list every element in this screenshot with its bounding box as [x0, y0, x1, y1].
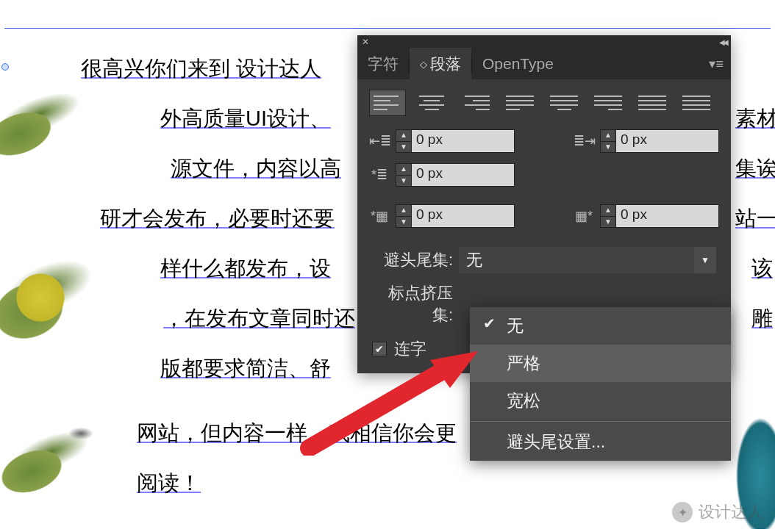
- space-row: *▦ ▲▼ 0 px ▦* ▲▼ 0 px: [357, 194, 731, 235]
- left-indent-stepper[interactable]: ▲▼ 0 px: [396, 129, 515, 153]
- dropdown-item-strict[interactable]: 严格: [470, 345, 731, 382]
- left-indent-icon: ⇤≣: [369, 133, 390, 149]
- step-down-icon[interactable]: ▼: [601, 141, 615, 153]
- body-text[interactable]: 版都要求简洁、舒: [160, 344, 331, 393]
- panel-menu-icon[interactable]: ▾≡: [701, 56, 731, 72]
- wechat-icon: ✦: [672, 502, 693, 522]
- body-text[interactable]: 素材: [735, 94, 775, 143]
- kinsoku-select[interactable]: 无 ▼: [459, 247, 716, 273]
- body-text[interactable]: ，在发布文章同时还: [163, 294, 355, 343]
- step-down-icon[interactable]: ▼: [396, 175, 411, 187]
- tab-label: 段落: [430, 54, 461, 74]
- firstline-indent-icon: *≣: [369, 167, 390, 183]
- chevron-down-icon: ▼: [694, 247, 716, 273]
- right-indent-value[interactable]: 0 px: [616, 129, 719, 153]
- chevron-icon: ◇: [420, 59, 427, 70]
- step-up-icon[interactable]: ▲: [396, 164, 411, 175]
- collapse-icon[interactable]: ◀◀: [719, 38, 726, 46]
- kinsoku-row: 避头尾集: 无 ▼: [357, 235, 731, 278]
- space-before-value[interactable]: 0 px: [412, 204, 515, 228]
- dropdown-item-settings[interactable]: 避头尾设置...: [470, 423, 731, 461]
- body-text[interactable]: 很高兴你们来到 设计达人: [81, 44, 321, 93]
- dropdown-label: 无: [507, 316, 524, 335]
- space-after-value[interactable]: 0 px: [616, 204, 719, 228]
- mojikumi-label: 标点挤压集:: [372, 282, 453, 326]
- tab-label: OpenType: [482, 55, 554, 73]
- close-icon[interactable]: ✕: [362, 37, 369, 47]
- step-up-icon[interactable]: ▲: [396, 205, 411, 216]
- indent-row-1: ⇤≣ ▲▼ 0 px ≣⇥ ▲▼ 0 px: [357, 126, 731, 160]
- right-indent-stepper[interactable]: ▲▼ 0 px: [600, 129, 719, 153]
- firstline-indent-stepper[interactable]: ▲▼ 0 px: [396, 163, 515, 187]
- body-text[interactable]: 阅读！: [137, 459, 201, 508]
- kinsoku-dropdown: ✔ 无 严格 宽松 避头尾设置...: [470, 307, 731, 461]
- justify-all-button[interactable]: [634, 90, 671, 116]
- align-right-button[interactable]: [457, 90, 494, 116]
- panel-tabs: 字符 ◇ 段落 OpenType ▾≡: [357, 48, 731, 79]
- step-down-icon[interactable]: ▼: [396, 216, 411, 228]
- justify-left-button[interactable]: [501, 90, 538, 116]
- right-indent-icon: ≣⇥: [574, 133, 594, 149]
- tab-label: 字符: [368, 54, 399, 74]
- body-text[interactable]: 外高质量UI设计、: [160, 94, 331, 143]
- body-text[interactable]: 研才会发布，必要时还要: [100, 194, 335, 243]
- step-down-icon[interactable]: ▼: [601, 216, 615, 228]
- justify-all-alt-button[interactable]: [678, 90, 715, 116]
- hyphenate-label: 连字: [394, 338, 426, 360]
- kinsoku-label: 避头尾集:: [372, 249, 453, 271]
- indent-row-2: *≣ ▲▼ 0 px: [357, 160, 731, 194]
- body-text[interactable]: 集诶: [735, 144, 775, 193]
- space-after-stepper[interactable]: ▲▼ 0 px: [600, 204, 719, 228]
- dropdown-label: 宽松: [507, 391, 540, 410]
- step-down-icon[interactable]: ▼: [396, 141, 411, 153]
- dropdown-label: 严格: [507, 353, 540, 373]
- tab-opentype[interactable]: OpenType: [472, 49, 564, 79]
- dropdown-item-loose[interactable]: 宽松: [470, 382, 731, 420]
- left-indent-value[interactable]: 0 px: [412, 129, 515, 153]
- firstline-indent-value[interactable]: 0 px: [412, 163, 515, 187]
- space-before-stepper[interactable]: ▲▼ 0 px: [396, 204, 515, 228]
- body-text[interactable]: 源文件，内容以高: [171, 144, 341, 193]
- body-text[interactable]: 该: [751, 244, 773, 293]
- tab-character[interactable]: 字符: [357, 48, 409, 80]
- step-up-icon[interactable]: ▲: [601, 205, 615, 216]
- body-text[interactable]: 样什么都发布，设: [160, 244, 331, 293]
- step-up-icon[interactable]: ▲: [601, 130, 615, 141]
- align-left-button[interactable]: [369, 90, 406, 116]
- step-up-icon[interactable]: ▲: [396, 130, 411, 141]
- watermark: ✦ 设计达人: [672, 501, 763, 523]
- align-center-button[interactable]: [413, 90, 450, 116]
- dropdown-item-none[interactable]: ✔ 无: [470, 307, 731, 345]
- space-after-icon: ▦*: [574, 208, 594, 224]
- hyphenate-checkbox[interactable]: ✔: [372, 342, 387, 356]
- body-text[interactable]: 网站，但内容一样，我相信你会更: [137, 409, 457, 458]
- body-text[interactable]: 雕: [751, 294, 773, 343]
- alignment-row: [357, 79, 731, 126]
- tab-paragraph[interactable]: ◇ 段落: [410, 48, 471, 80]
- justify-right-button[interactable]: [590, 90, 626, 116]
- check-icon: ✔: [483, 314, 496, 332]
- space-before-icon: *▦: [369, 208, 390, 224]
- kinsoku-value: 无: [466, 249, 482, 271]
- body-text[interactable]: 站一: [735, 194, 775, 243]
- panel-titlebar[interactable]: ✕ ◀◀: [357, 35, 731, 48]
- watermark-text: 设计达人: [699, 501, 763, 523]
- justify-center-button[interactable]: [546, 90, 582, 116]
- dropdown-label: 避头尾设置...: [507, 432, 605, 451]
- divider: [470, 421, 731, 422]
